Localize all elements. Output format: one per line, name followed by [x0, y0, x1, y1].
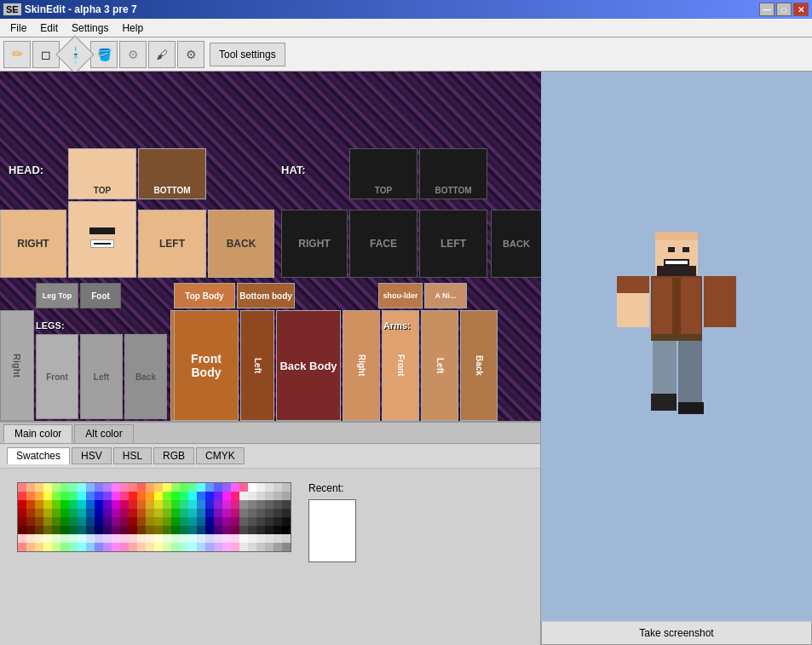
recent-color-cell[interactable] — [348, 554, 355, 561]
color-swatch[interactable] — [95, 543, 103, 551]
color-swatch[interactable] — [137, 543, 146, 551]
hat-back[interactable]: BACK — [491, 210, 541, 278]
color-swatch[interactable] — [78, 543, 86, 551]
color-swatch[interactable] — [197, 526, 205, 534]
menu-help[interactable]: Help — [115, 20, 150, 36]
color-swatch[interactable] — [60, 509, 69, 517]
color-swatch[interactable] — [95, 483, 103, 492]
color-swatch[interactable] — [43, 492, 52, 500]
color-swatch[interactable] — [282, 526, 291, 534]
color-swatch[interactable] — [137, 483, 146, 492]
color-swatch[interactable] — [129, 534, 137, 543]
minimize-button[interactable]: — — [759, 3, 775, 16]
recent-color-cell[interactable] — [340, 546, 348, 554]
recent-color-cell[interactable] — [309, 531, 317, 538]
color-swatch[interactable] — [231, 517, 239, 526]
color-swatch[interactable] — [69, 517, 78, 526]
body-top[interactable]: Top Body — [174, 283, 235, 308]
recent-color-cell[interactable] — [332, 523, 340, 531]
color-swatch[interactable] — [197, 534, 205, 543]
color-swatch[interactable] — [60, 492, 69, 500]
color-swatch[interactable] — [274, 483, 282, 492]
pencil-tool[interactable]: ✏ — [3, 41, 31, 68]
color-swatch[interactable] — [146, 517, 154, 526]
color-swatch[interactable] — [18, 543, 26, 551]
color-swatch[interactable] — [248, 509, 256, 517]
color-swatch[interactable] — [120, 492, 129, 500]
color-swatch[interactable] — [163, 534, 171, 543]
recent-color-cell[interactable] — [340, 554, 348, 561]
color-swatch[interactable] — [274, 534, 282, 543]
recent-color-cell[interactable] — [348, 546, 355, 554]
color-swatch[interactable] — [171, 509, 180, 517]
color-swatch[interactable] — [265, 543, 274, 551]
recent-color-cell[interactable] — [317, 546, 325, 554]
color-swatch[interactable] — [163, 543, 171, 551]
color-swatch[interactable] — [43, 509, 52, 517]
color-swatch[interactable] — [256, 483, 265, 492]
color-swatch[interactable] — [112, 526, 120, 534]
recent-color-cell[interactable] — [325, 554, 332, 561]
color-swatch[interactable] — [163, 500, 171, 509]
color-swatch[interactable] — [239, 483, 248, 492]
color-swatch[interactable] — [146, 543, 154, 551]
color-swatch[interactable] — [256, 509, 265, 517]
color-swatch[interactable] — [18, 492, 26, 500]
color-swatch[interactable] — [163, 492, 171, 500]
color-swatch[interactable] — [265, 517, 274, 526]
color-swatch[interactable] — [60, 517, 69, 526]
recent-color-cell[interactable] — [325, 531, 332, 538]
color-swatch[interactable] — [112, 500, 120, 509]
color-swatch[interactable] — [52, 534, 60, 543]
color-swatch[interactable] — [205, 500, 214, 509]
color-swatch[interactable] — [120, 534, 129, 543]
leg-front[interactable]: Front — [36, 334, 78, 419]
color-swatch[interactable] — [86, 534, 95, 543]
color-swatch[interactable] — [86, 543, 95, 551]
color-swatch[interactable] — [26, 517, 35, 526]
recent-color-cell[interactable] — [332, 538, 340, 546]
recent-color-cell[interactable] — [309, 515, 317, 523]
color-swatch[interactable] — [282, 500, 291, 509]
leg-left-section[interactable]: Left — [80, 334, 123, 419]
recent-color-cell[interactable] — [332, 554, 340, 561]
color-swatch[interactable] — [265, 526, 274, 534]
color-swatch[interactable] — [129, 517, 137, 526]
hat-bottom[interactable]: BOTTOM — [419, 148, 487, 199]
color-swatch[interactable] — [18, 483, 26, 492]
color-swatch[interactable] — [78, 517, 86, 526]
menu-file[interactable]: File — [3, 20, 33, 36]
color-swatch[interactable] — [282, 534, 291, 543]
color-swatch[interactable] — [274, 492, 282, 500]
color-swatch[interactable] — [265, 492, 274, 500]
color-swatch[interactable] — [129, 526, 137, 534]
color-swatch[interactable] — [282, 483, 291, 492]
color-swatch[interactable] — [95, 500, 103, 509]
color-swatch[interactable] — [214, 543, 222, 551]
arm-right[interactable]: Right — [343, 310, 380, 421]
color-swatch[interactable] — [248, 517, 256, 526]
color-swatch[interactable] — [52, 517, 60, 526]
menu-edit[interactable]: Edit — [33, 20, 65, 36]
color-swatch[interactable] — [222, 534, 231, 543]
color-swatch[interactable] — [112, 509, 120, 517]
recent-color-cell[interactable] — [317, 523, 325, 531]
pattern-tool[interactable]: ⚙ — [119, 41, 147, 68]
color-swatch[interactable] — [154, 483, 163, 492]
color-swatch[interactable] — [52, 526, 60, 534]
color-swatch[interactable] — [18, 517, 26, 526]
head-back[interactable]: BACK — [208, 210, 274, 278]
recent-color-cell[interactable] — [317, 508, 325, 515]
color-swatch[interactable] — [222, 526, 231, 534]
color-swatch[interactable] — [60, 534, 69, 543]
recent-color-cell[interactable] — [332, 531, 340, 538]
recent-color-cell[interactable] — [317, 554, 325, 561]
color-swatch[interactable] — [214, 517, 222, 526]
color-swatch[interactable] — [69, 543, 78, 551]
color-swatch[interactable] — [231, 509, 239, 517]
color-swatch[interactable] — [188, 500, 197, 509]
color-swatch[interactable] — [52, 509, 60, 517]
leg-top[interactable]: Leg Top — [36, 283, 78, 308]
main-color-tab[interactable]: Main color — [3, 424, 72, 443]
color-swatch[interactable] — [52, 500, 60, 509]
